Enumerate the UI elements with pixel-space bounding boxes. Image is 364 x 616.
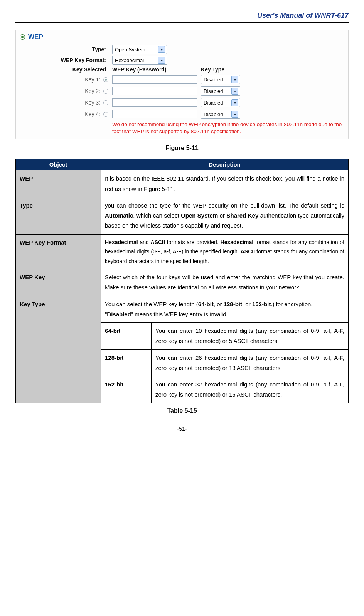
key3-type-value: Disabled [204,100,223,106]
doc-header-title: User's Manual of WNRT-617 [15,12,349,20]
key3-input[interactable] [112,98,197,107]
key3-label: Key 3: [85,100,100,106]
chevron-down-icon: ▾ [158,57,165,64]
key1-label: Key 1: [85,76,100,83]
key1-radio[interactable] [103,77,108,82]
header-rule [15,22,349,23]
chevron-down-icon: ▾ [231,88,238,95]
table-row: Type you can choose the type for the WEP… [16,197,349,234]
sub-64bit-desc: You can enter 10 hexadecimal digits (any… [152,323,349,350]
select-type-value: Open System [115,47,145,52]
key1-type-value: Disabled [204,77,223,83]
chevron-down-icon: ▾ [231,111,238,118]
desc-format: Hexadecimal and ASCII formats are provid… [101,234,349,269]
wep-config-panel: WEP Type: Open System ▾ WEP Key Format: … [15,30,349,139]
obj-wep: WEP [16,170,101,197]
key2-label: Key 2: [85,88,100,94]
table-row: Key Type You can select the WEP key leng… [16,296,349,323]
sub-152bit-label: 152-bit [101,376,152,403]
row-type: Type: Open System ▾ [20,45,344,54]
wep-radio-icon[interactable] [20,34,25,40]
obj-keytype: Key Type [16,296,101,403]
obj-wepkey: WEP Key [16,269,101,296]
key2-input[interactable] [112,87,197,95]
page-number: -51- [15,426,349,432]
desc-type: you can choose the type for the WEP secu… [101,197,349,234]
key-row-2: Key 2: Disabled ▾ [20,86,344,96]
figure-caption: Figure 5-11 [15,145,349,152]
chevron-down-icon: ▾ [231,76,238,83]
label-format: WEP Key Format: [20,57,108,63]
key4-type-value: Disabled [204,111,223,117]
row-format: WEP Key Format: Hexadecimal ▾ [20,56,344,65]
key4-input[interactable] [112,110,197,118]
key-row-3: Key 3: Disabled ▾ [20,98,344,107]
desc-wep: It is based on the IEEE 802.11 standard.… [101,170,349,197]
key4-label: Key 4: [85,111,100,117]
wep-warning-text: We do not recommend using the WEP encryp… [112,121,344,135]
key-columns-header: Key Selected WEP Key (Password) Key Type [20,66,344,73]
col-wep-key: WEP Key (Password) [112,66,197,73]
col-key-type: Key Type [201,66,247,73]
sub-152bit-desc: You can enter 32 hexadecimal digits (any… [152,376,349,403]
sub-64bit-label: 64-bit [101,323,152,350]
select-type[interactable]: Open System ▾ [112,45,167,54]
key4-radio[interactable] [103,112,108,117]
chevron-down-icon: ▾ [231,99,238,106]
col-key-selected: Key Selected [20,66,108,73]
key2-radio[interactable] [103,89,108,94]
key4-type-select[interactable]: Disabled ▾ [201,110,240,119]
sub-128bit-desc: You can enter 26 hexadecimal digits (any… [152,349,349,376]
wep-section-title: WEP [28,33,43,41]
label-type: Type: [20,46,108,52]
key2-type-value: Disabled [204,88,223,94]
obj-format: WEP Key Format [16,234,101,269]
key2-type-select[interactable]: Disabled ▾ [201,86,240,96]
table-row: WEP It is based on the IEEE 802.11 stand… [16,170,349,197]
desc-keytype-main: You can select the WEP key length (64-bi… [101,296,349,323]
key1-input[interactable] [112,75,197,84]
table-row: WEP Key Format Hexadecimal and ASCII for… [16,234,349,269]
desc-wepkey: Select which of the four keys will be us… [101,269,349,296]
select-format[interactable]: Hexadecimal ▾ [112,56,167,65]
table-caption: Table 5-15 [15,407,349,414]
wep-section-header: WEP [20,33,344,41]
sub-128bit-label: 128-bit [101,349,152,376]
key1-type-select[interactable]: Disabled ▾ [201,75,240,84]
description-table: Object Description WEP It is based on th… [15,159,349,403]
key3-type-select[interactable]: Disabled ▾ [201,98,240,107]
select-format-value: Hexadecimal [115,57,144,63]
chevron-down-icon: ▾ [158,46,165,53]
key-row-4: Key 4: Disabled ▾ [20,110,344,119]
table-row: WEP Key Select which of the four keys wi… [16,269,349,296]
key3-radio[interactable] [103,100,108,105]
key-row-1: Key 1: Disabled ▾ [20,75,344,84]
th-description: Description [101,159,349,170]
obj-type: Type [16,197,101,234]
th-object: Object [16,159,101,170]
